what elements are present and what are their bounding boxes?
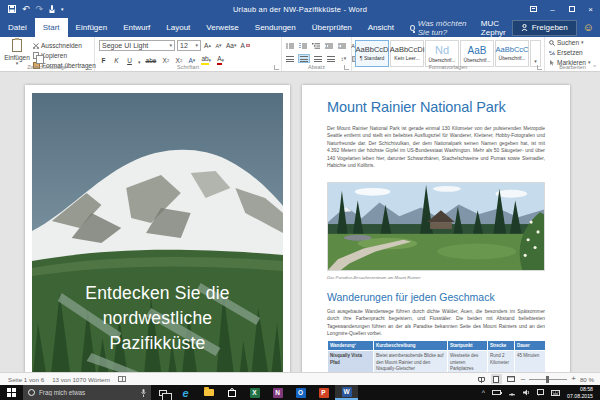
cortana-search-box[interactable]: Frag mich etwas bbox=[23, 385, 151, 400]
col-strecke[interactable]: Strecke bbox=[488, 341, 515, 351]
share-button[interactable]: Freigeben bbox=[512, 20, 577, 36]
read-mode-button[interactable] bbox=[476, 374, 487, 384]
file-explorer-button[interactable] bbox=[197, 385, 220, 400]
heading-mount-rainier[interactable]: Mount Rainier National Park bbox=[327, 99, 545, 115]
font-dialog-launcher[interactable] bbox=[274, 65, 279, 70]
cell-description[interactable]: Bietet atemberaubende Blicke auf den Mou… bbox=[374, 351, 448, 373]
style-ueberschrift-1[interactable]: Nd Überschrif... bbox=[425, 40, 459, 67]
edge-button[interactable]: e bbox=[174, 385, 197, 400]
tab-verweise[interactable]: Verweise bbox=[198, 18, 246, 37]
zoom-in-button[interactable]: + bbox=[571, 375, 576, 383]
web-layout-button[interactable] bbox=[506, 374, 517, 384]
print-layout-button[interactable] bbox=[491, 374, 502, 384]
cell-trail-name[interactable]: Nisqually Vista Pfad bbox=[328, 351, 374, 373]
ribbon-display-options-icon[interactable] bbox=[524, 0, 543, 18]
tab-ueberpruefen[interactable]: Überprüfen bbox=[304, 18, 360, 37]
hiking-table[interactable]: Wanderung¹ Kurzbeschreibung Startpunkt S… bbox=[327, 341, 546, 372]
touch-mode-icon[interactable] bbox=[49, 5, 55, 13]
volume-icon[interactable] bbox=[523, 389, 530, 396]
tab-einfuegen[interactable]: Einfügen bbox=[68, 18, 116, 37]
powerpoint-button[interactable]: P bbox=[312, 385, 335, 400]
col-startpunkt[interactable]: Startpunkt bbox=[448, 341, 488, 351]
font-family-select[interactable]: Segoe UI Light ▾ bbox=[99, 40, 175, 51]
justify-button[interactable] bbox=[326, 54, 336, 63]
tab-entwurf[interactable]: Entwurf bbox=[115, 18, 158, 37]
decrease-indent-button[interactable] bbox=[324, 41, 334, 50]
find-button[interactable]: Suchen ▾ bbox=[549, 38, 600, 47]
col-wanderung[interactable]: Wanderung¹ bbox=[328, 341, 374, 351]
proofing-status-icon[interactable] bbox=[118, 376, 126, 382]
multilevel-list-button[interactable] bbox=[311, 41, 321, 50]
heading-wanderungen[interactable]: Wanderungen für jeden Geschmack bbox=[327, 291, 545, 303]
task-view-button[interactable] bbox=[151, 385, 174, 400]
page-2[interactable]: Mount Rainier National Park Der Mount Ra… bbox=[302, 85, 570, 372]
redo-icon[interactable]: ↷ bbox=[36, 5, 44, 14]
store-button[interactable] bbox=[220, 385, 243, 400]
copy-button[interactable]: Kopieren bbox=[33, 51, 96, 60]
style-kein-leerraum[interactable]: AaBbCcDi Kein Leer... bbox=[390, 40, 424, 67]
zoom-slider-thumb[interactable] bbox=[546, 376, 549, 383]
zoom-slider[interactable] bbox=[529, 379, 567, 380]
word-button[interactable]: W bbox=[335, 385, 358, 400]
page-indicator[interactable]: Seite 1 von 6 bbox=[8, 376, 44, 383]
signed-in-user[interactable]: MUC Zephyr bbox=[481, 19, 506, 37]
start-button[interactable] bbox=[0, 385, 23, 400]
style-standard[interactable]: AaBbCcD ¶ Standard bbox=[355, 40, 389, 67]
restore-button[interactable] bbox=[562, 0, 581, 18]
outlook-button[interactable]: O bbox=[289, 385, 312, 400]
hiking-paragraph[interactable]: Gut ausgebaute Wanderwege führen durch d… bbox=[327, 308, 545, 337]
photo-caption[interactable]: Das Paradise-Besucherzentrum am Mount Ra… bbox=[327, 275, 545, 280]
tell-me-box[interactable]: Was möchten Sie tun? bbox=[402, 18, 481, 37]
styles-dialog-launcher[interactable] bbox=[537, 65, 542, 70]
change-case-button[interactable]: Aa▾ bbox=[225, 41, 237, 50]
paste-button[interactable]: Einfügen ▾ bbox=[4, 39, 30, 66]
save-icon[interactable] bbox=[8, 5, 16, 13]
tab-ansicht[interactable]: Ansicht bbox=[360, 18, 402, 37]
styles-more-button[interactable]: ▾ bbox=[530, 40, 541, 67]
cell-duration[interactable]: 45 Minuten bbox=[515, 351, 546, 373]
tray-chevron-icon[interactable]: ^ bbox=[482, 389, 485, 396]
line-spacing-button[interactable]: ↕▾ bbox=[339, 54, 348, 63]
battery-icon[interactable] bbox=[492, 390, 501, 395]
onenote-button[interactable]: N bbox=[266, 385, 289, 400]
collapse-ribbon-button[interactable]: ^ bbox=[593, 64, 596, 70]
taskbar-clock[interactable]: 08:58 07.08.2015 bbox=[567, 386, 596, 399]
tab-start[interactable]: Start bbox=[35, 18, 68, 37]
tab-datei[interactable]: Datei bbox=[0, 18, 35, 37]
touch-keyboard-icon[interactable] bbox=[551, 390, 560, 396]
col-kurzbeschreibung[interactable]: Kurzbeschreibung bbox=[374, 341, 448, 351]
tab-sendungen[interactable]: Sendungen bbox=[247, 18, 304, 37]
cell-start[interactable]: Westseite des unteren Parkplatzes bbox=[448, 351, 488, 373]
tab-layout[interactable]: Layout bbox=[158, 18, 198, 37]
align-center-button[interactable] bbox=[298, 54, 310, 63]
align-right-button[interactable] bbox=[313, 54, 323, 63]
microphone-icon[interactable] bbox=[141, 389, 146, 397]
zoom-level[interactable]: 80 % bbox=[580, 376, 594, 383]
cell-distance[interactable]: Rund 2 Kilometer bbox=[488, 351, 515, 373]
style-ueberschrift-2[interactable]: AaB Überschrif... bbox=[460, 40, 494, 67]
numbering-button[interactable] bbox=[298, 41, 308, 50]
excel-button[interactable]: X bbox=[243, 385, 266, 400]
network-icon[interactable] bbox=[508, 389, 516, 396]
paradise-visitor-center-photo[interactable] bbox=[327, 182, 545, 271]
intro-paragraph[interactable]: Der Mount Rainier National Park ist gera… bbox=[327, 125, 545, 170]
increase-indent-button[interactable] bbox=[337, 41, 347, 50]
align-left-button[interactable] bbox=[285, 54, 295, 63]
grow-font-button[interactable]: A▴ bbox=[203, 41, 212, 50]
bullets-button[interactable] bbox=[285, 41, 295, 50]
minimize-button[interactable]: – bbox=[543, 0, 562, 18]
clipboard-dialog-launcher[interactable] bbox=[87, 65, 92, 70]
paragraph-dialog-launcher[interactable] bbox=[344, 65, 349, 70]
cover-title[interactable]: Entdecken Sie die nordwestliche Pazifikk… bbox=[25, 281, 290, 356]
style-ueberschrift-3[interactable]: AaBbCcC Überschrif... bbox=[495, 40, 529, 67]
col-dauer[interactable]: Dauer bbox=[515, 341, 546, 351]
page-1[interactable]: Entdecken Sie die nordwestliche Pazifikk… bbox=[25, 85, 290, 372]
close-button[interactable]: × bbox=[581, 0, 600, 18]
undo-icon[interactable]: ↶ bbox=[22, 5, 30, 14]
clear-formatting-button[interactable]: A bbox=[239, 41, 250, 50]
zoom-out-button[interactable]: – bbox=[521, 375, 525, 383]
qat-customize-icon[interactable]: ▾ bbox=[61, 7, 64, 12]
shrink-font-button[interactable]: A▾ bbox=[214, 41, 223, 50]
word-count[interactable]: 13 von 1070 Wörtern bbox=[52, 376, 110, 383]
cut-button[interactable]: Ausschneiden bbox=[33, 41, 96, 50]
